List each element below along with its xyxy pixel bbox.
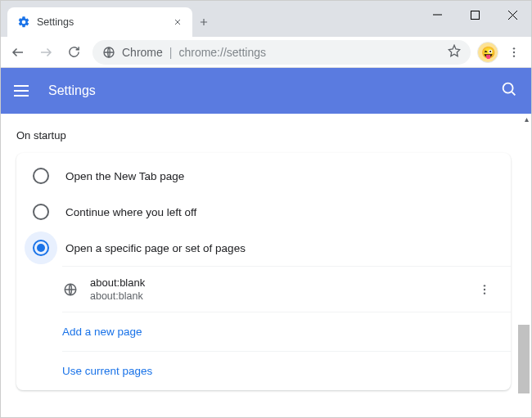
- gear-icon: [17, 16, 30, 29]
- bookmark-star-icon[interactable]: [448, 44, 461, 60]
- omnibox-path: chrome://settings: [178, 46, 266, 59]
- svg-point-5: [503, 83, 513, 93]
- scroll-up-arrow[interactable]: ▴: [525, 115, 529, 124]
- back-button[interactable]: [6, 40, 30, 65]
- page-title: Settings: [48, 83, 96, 98]
- profile-avatar[interactable]: 😜: [477, 42, 498, 63]
- close-tab-icon[interactable]: [171, 16, 184, 29]
- reload-button[interactable]: [61, 40, 86, 65]
- svg-point-9: [484, 292, 485, 294]
- radio-open-new-tab[interactable]: Open the New Tab page: [16, 158, 511, 194]
- radio-icon: [33, 204, 49, 220]
- maximize-button[interactable]: [456, 2, 494, 27]
- svg-point-4: [513, 55, 515, 56]
- scrollbar[interactable]: ▴: [517, 115, 530, 416]
- radio-label: Open a specific page or set of pages: [65, 242, 246, 254]
- omnibox-host: Chrome: [122, 46, 163, 59]
- site-info-icon[interactable]: [102, 46, 115, 59]
- svg-point-3: [513, 51, 515, 52]
- radio-icon-selected: [33, 240, 49, 256]
- radio-icon: [33, 168, 49, 184]
- window-titlebar: Settings: [1, 1, 531, 37]
- browser-menu-icon[interactable]: [502, 40, 526, 65]
- search-icon[interactable]: [500, 80, 518, 101]
- startup-card: Open the New Tab page Continue where you…: [16, 153, 511, 390]
- forward-button[interactable]: [34, 40, 58, 65]
- use-current-pages-link[interactable]: Use current pages: [62, 351, 511, 390]
- window-controls: [418, 1, 531, 37]
- add-new-page-link[interactable]: Add a new page: [62, 312, 511, 351]
- hamburger-menu-icon[interactable]: [14, 81, 34, 101]
- new-tab-button[interactable]: [192, 7, 215, 37]
- startup-page-entry: about:blank about:blank: [62, 267, 511, 312]
- settings-header: Settings: [1, 68, 531, 114]
- browser-tab[interactable]: Settings: [7, 7, 192, 37]
- radio-open-specific[interactable]: Open a specific page or set of pages: [16, 230, 511, 266]
- minimize-button[interactable]: [418, 2, 456, 27]
- svg-point-2: [513, 47, 515, 49]
- scroll-thumb[interactable]: [518, 325, 530, 393]
- radio-label: Continue where you left off: [65, 206, 196, 218]
- globe-icon: [62, 281, 79, 298]
- svg-point-7: [484, 285, 485, 286]
- address-bar[interactable]: Chrome | chrome://settings: [92, 40, 471, 65]
- tab-title: Settings: [37, 16, 165, 28]
- radio-label: Open the New Tab page: [65, 170, 184, 182]
- page-entry-url: about:blank: [90, 290, 463, 302]
- browser-toolbar: Chrome | chrome://settings 😜: [1, 37, 531, 68]
- radio-continue[interactable]: Continue where you left off: [16, 194, 511, 230]
- svg-rect-0: [471, 11, 479, 19]
- section-label-startup: On startup: [8, 115, 511, 153]
- close-window-button[interactable]: [494, 2, 531, 27]
- svg-point-8: [484, 288, 485, 290]
- page-entry-title: about:blank: [90, 276, 463, 289]
- page-entry-menu-icon[interactable]: [475, 283, 494, 296]
